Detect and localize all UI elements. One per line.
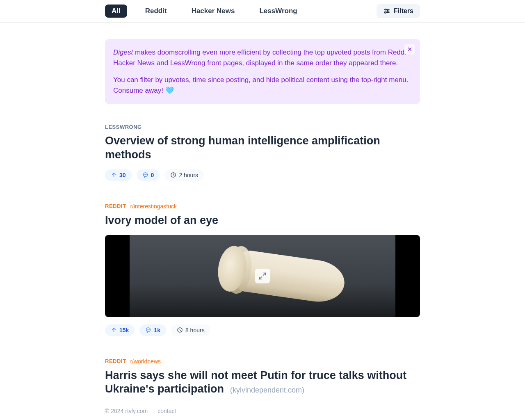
source-label: REDDIT [105, 358, 126, 364]
tab-lesswrong[interactable]: LessWrong [253, 5, 304, 18]
post-item: REDDIT r/interestingasfuck Ivory model o… [105, 203, 420, 336]
filters-button[interactable]: Filters [377, 4, 420, 18]
comments-pill[interactable]: 1k [139, 324, 166, 336]
upvotes-pill[interactable]: 30 [105, 169, 132, 181]
footer: © 2024 rtvly.com contact [0, 402, 525, 420]
expand-image-button[interactable] [255, 269, 270, 283]
filters-label: Filters [394, 7, 413, 15]
upvotes-pill[interactable]: 15k [105, 324, 135, 336]
svg-line-14 [263, 273, 266, 275]
post-title[interactable]: Harris says she will not meet Putin for … [105, 369, 420, 397]
sliders-icon [383, 7, 390, 15]
main-content: Digest makes doomscrolling even more eff… [98, 23, 427, 420]
comment-icon [142, 172, 148, 178]
comments-pill[interactable]: 0 [137, 169, 160, 181]
banner-paragraph-1: Digest makes doomscrolling even more eff… [113, 47, 412, 69]
svg-point-3 [387, 11, 388, 12]
close-icon [407, 46, 413, 52]
age-pill: 2 hours [164, 169, 204, 181]
svg-line-15 [260, 276, 262, 279]
comment-icon [145, 327, 151, 333]
arrow-up-icon [111, 172, 117, 178]
svg-point-1 [385, 9, 386, 10]
top-bar: All Reddit Hacker News LessWrong Filters [0, 0, 525, 23]
post-item: REDDIT r/worldnews Harris says she will … [105, 358, 420, 397]
tab-hackernews[interactable]: Hacker News [185, 5, 242, 18]
maximize-icon [258, 272, 267, 280]
svg-point-5 [385, 12, 386, 13]
post-title[interactable]: Overview of strong human intelligence am… [105, 134, 420, 162]
intro-banner: Digest makes doomscrolling even more eff… [105, 39, 420, 104]
banner-paragraph-2: You can filter by upvotes, time since po… [113, 75, 412, 96]
footer-contact-link[interactable]: contact [158, 408, 176, 414]
post-title[interactable]: Ivory model of an eye [105, 214, 420, 228]
age-pill: 8 hours [171, 324, 210, 336]
subreddit-link[interactable]: r/worldnews [130, 358, 161, 365]
source-label: LESSWRONG [105, 124, 142, 130]
clock-icon [177, 327, 183, 333]
clock-icon [170, 172, 176, 178]
source-tabs: All Reddit Hacker News LessWrong [105, 5, 304, 18]
banner-close-button[interactable] [404, 44, 415, 55]
banner-brand: Digest [113, 48, 133, 56]
footer-copyright: © 2024 rtvly.com [105, 408, 148, 414]
tab-all[interactable]: All [105, 5, 127, 18]
arrow-up-icon [111, 327, 117, 333]
post-thumbnail[interactable] [105, 235, 420, 317]
post-domain[interactable]: (kyivindependent.com) [230, 386, 304, 394]
subreddit-link[interactable]: r/interestingasfuck [130, 203, 177, 210]
post-item: LESSWRONG Overview of strong human intel… [105, 124, 420, 181]
source-label: REDDIT [105, 203, 126, 209]
tab-reddit[interactable]: Reddit [139, 5, 173, 18]
